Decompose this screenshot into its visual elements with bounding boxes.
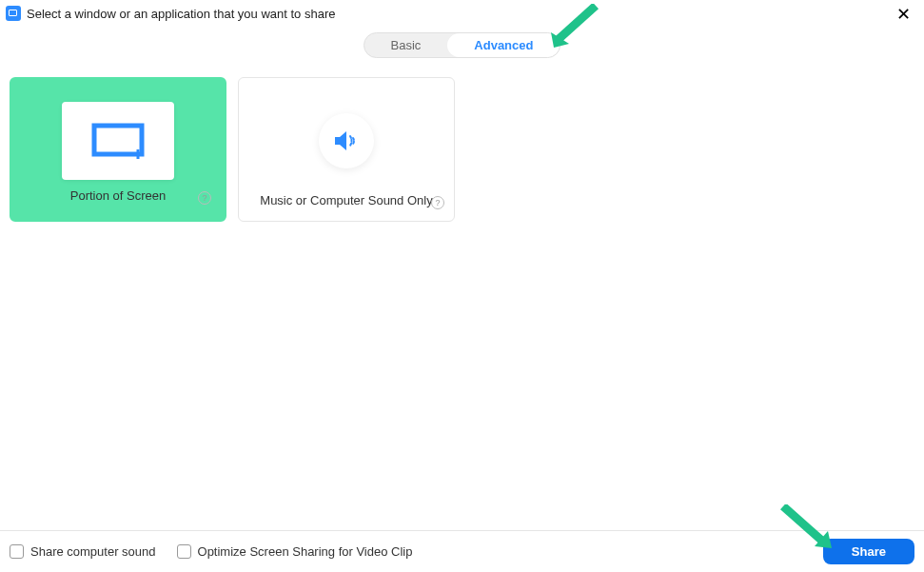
option-computer-sound[interactable]: Music or Computer Sound Only ? [238, 77, 455, 222]
dialog-header: Select a window or an application that y… [0, 0, 924, 25]
dialog-title: Select a window or an application that y… [27, 7, 335, 21]
share-sound-checkbox[interactable]: Share computer sound [10, 544, 156, 559]
help-icon[interactable]: ? [198, 191, 211, 205]
dialog-footer: Share computer sound Optimize Screen Sha… [0, 530, 924, 572]
checkbox-icon [177, 544, 191, 559]
option-label: Portion of Screen [15, 188, 221, 203]
tab-basic[interactable]: Basic [364, 33, 448, 57]
share-options: Portion of Screen ? Music or Computer So… [0, 77, 924, 222]
option-portion-of-screen[interactable]: Portion of Screen ? [10, 77, 226, 222]
option-label: Music or Computer Sound Only [239, 193, 454, 207]
tab-bar: Basic Advanced [0, 32, 924, 58]
sound-icon-circle [319, 113, 374, 168]
svg-rect-0 [94, 126, 142, 154]
close-icon[interactable]: ✕ [896, 6, 911, 23]
checkbox-label: Optimize Screen Sharing for Video Clip [198, 544, 413, 559]
help-icon[interactable]: ? [431, 196, 444, 209]
checkbox-label: Share computer sound [30, 544, 156, 559]
speaker-icon [332, 128, 361, 153]
portion-icon-box [62, 102, 174, 180]
screen-portion-icon [91, 123, 145, 159]
tab-advanced[interactable]: Advanced [447, 33, 560, 57]
zoom-app-icon [6, 6, 21, 21]
tab-group: Basic Advanced [364, 32, 561, 58]
checkbox-icon [10, 544, 24, 559]
optimize-video-checkbox[interactable]: Optimize Screen Sharing for Video Clip [177, 544, 413, 559]
share-button[interactable]: Share [823, 539, 914, 564]
